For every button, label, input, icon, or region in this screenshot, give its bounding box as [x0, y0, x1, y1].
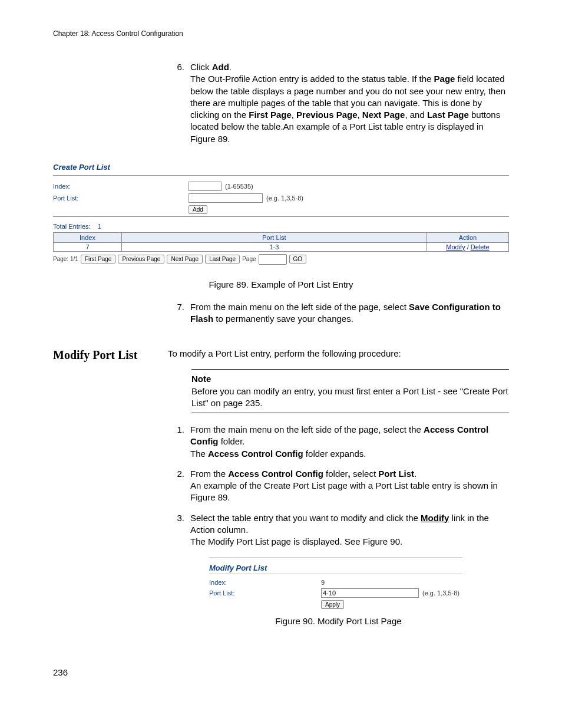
next-page-button[interactable]: Next Page: [167, 255, 203, 263]
step-7: 7. From the main menu on the left side o…: [168, 301, 509, 325]
modify-step-3: 3. Select the table entry that you want …: [168, 512, 509, 548]
modify-portlist-hint: (e.g. 1,3,5-8): [422, 589, 459, 597]
col-index: Index: [54, 232, 122, 242]
modify-index-value: 9: [321, 579, 325, 586]
portlist-hint: (e.g. 1,3,5-8): [266, 195, 303, 202]
note-body: Before you can modify an entry, you must…: [191, 386, 509, 410]
figure-90-caption: Figure 90. Modify Port List Page: [168, 616, 509, 626]
index-hint: (1-65535): [225, 183, 253, 190]
index-input[interactable]: [189, 182, 222, 191]
total-entries: Total Entries: 1: [53, 223, 509, 230]
apply-button[interactable]: Apply: [321, 600, 344, 609]
delete-link[interactable]: Delete: [471, 243, 490, 251]
modify-portlist-input[interactable]: [321, 588, 419, 598]
create-port-list-title: Create Port List: [53, 163, 509, 172]
index-row: Index: (1-65535): [53, 182, 509, 191]
table-row: 7 1-3 Modify / Delete: [54, 242, 509, 251]
page-word: Page: [242, 256, 256, 262]
modify-link[interactable]: Modify: [446, 243, 465, 251]
pager: Page: 1/1 First Page Previous Page Next …: [53, 254, 509, 265]
go-button[interactable]: GO: [289, 255, 307, 263]
modify-port-list-panel: Modify Port List Index: 9 Port List: (e.…: [209, 557, 462, 609]
modify-step-1: 1. From the main menu on the left side o…: [168, 424, 509, 460]
index-label: Index:: [53, 183, 189, 190]
chapter-header: Chapter 18: Access Control Configuration: [53, 29, 509, 38]
note-title: Note: [191, 373, 509, 385]
page-input[interactable]: [259, 254, 287, 265]
step-6-paragraph: The Out-Profile Action entry is added to…: [190, 74, 505, 143]
modify-step-2: 2. From the Access Control Config folder…: [168, 468, 509, 504]
divider: [53, 216, 509, 217]
col-portlist: Port List: [121, 232, 427, 242]
last-page-button[interactable]: Last Page: [205, 255, 240, 263]
modify-index-label: Index:: [209, 579, 321, 586]
modify-portlist-label: Port List:: [209, 589, 321, 597]
previous-page-button[interactable]: Previous Page: [118, 255, 164, 263]
page-number: 236: [53, 667, 509, 677]
first-page-button[interactable]: First Page: [81, 255, 116, 263]
modify-intro: To modify a Port List entry, perform the…: [168, 348, 509, 358]
step-6-number: 6.: [168, 61, 190, 145]
modify-portlist-row: Port List: (e.g. 1,3,5-8): [209, 588, 462, 598]
page-indicator: Page: 1/1: [53, 256, 78, 262]
modify-port-list-heading: Modify Port List: [53, 348, 168, 638]
create-port-list-panel: Create Port List Index: (1-65535) Port L…: [53, 163, 509, 265]
port-list-table: Index Port List Action 7 1-3 Modify / De…: [53, 232, 509, 252]
portlist-row: Port List: (e.g. 1,3,5-8): [53, 193, 509, 203]
figure-89-caption: Figure 89. Example of Port List Entry: [53, 279, 509, 289]
cell-portlist: 1-3: [121, 242, 427, 251]
col-action: Action: [427, 232, 508, 242]
portlist-label: Port List:: [53, 195, 189, 202]
add-button[interactable]: Add: [189, 205, 207, 214]
step-6-line1: Click Add.: [190, 62, 232, 72]
divider: [53, 175, 509, 176]
divider: [209, 574, 462, 574]
step-6: 6. Click Add. The Out-Profile Action ent…: [168, 61, 509, 145]
modify-panel-title: Modify Port List: [209, 564, 462, 572]
note-box: Note Before you can modify an entry, you…: [191, 369, 509, 413]
step-7-number: 7.: [168, 301, 190, 325]
modify-index-row: Index: 9: [209, 579, 462, 586]
portlist-input[interactable]: [189, 193, 263, 203]
cell-index: 7: [54, 242, 122, 251]
cell-action: Modify / Delete: [427, 242, 508, 251]
